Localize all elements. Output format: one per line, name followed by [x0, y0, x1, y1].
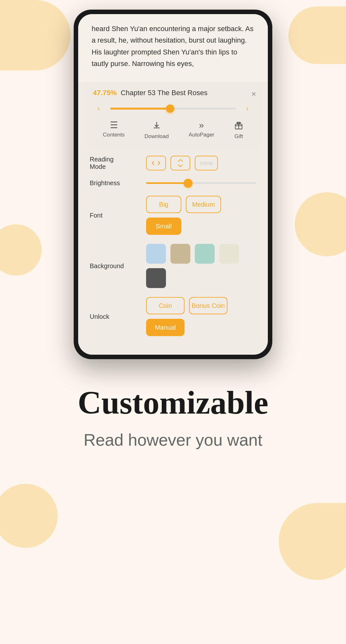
decoration-blob-bl: [0, 484, 58, 548]
reading-mode-code-button[interactable]: [146, 156, 166, 170]
font-big-button[interactable]: Big: [146, 196, 181, 213]
reading-text-area: heard Shen Yu'an encountering a major se…: [78, 14, 268, 76]
reading-mode-row: ReadingMode: [90, 156, 256, 170]
phone-screen: heard Shen Yu'an encountering a major se…: [78, 14, 268, 355]
toolbar-autopager[interactable]: » AutoPager: [189, 121, 214, 140]
gift-icon: [234, 121, 243, 131]
brightness-slider-fill: [146, 182, 188, 184]
reading-mode-scroll-button[interactable]: [170, 156, 190, 170]
chapter-slider-track[interactable]: [110, 108, 236, 110]
download-icon: [152, 121, 161, 131]
unlock-row: Unlock Coin Bonus Coin Manual: [90, 297, 256, 336]
prev-chapter-button[interactable]: ‹: [93, 103, 104, 114]
chapter-slider-row: ‹ ›: [93, 103, 253, 114]
svg-rect-1: [238, 122, 240, 124]
background-label: Background: [90, 262, 141, 270]
bg-swatch-dark[interactable]: [146, 268, 166, 288]
settings-panel: ReadingMode: [78, 148, 268, 355]
background-row: Background: [90, 244, 256, 288]
next-chapter-button[interactable]: ›: [242, 103, 253, 114]
brightness-label: Brightness: [90, 179, 141, 187]
reader-toolbar: ☰ Contents Download »: [93, 121, 253, 140]
bg-swatch-tan[interactable]: [170, 244, 190, 264]
download-label: Download: [144, 133, 169, 140]
toolbar-contents[interactable]: ☰ Contents: [103, 121, 125, 140]
contents-icon: ☰: [110, 121, 118, 130]
toolbar-download[interactable]: Download: [144, 121, 169, 140]
reading-mode-label: ReadingMode: [90, 156, 141, 170]
unlock-controls: Coin Bonus Coin Manual: [146, 297, 256, 336]
font-small-button[interactable]: Small: [146, 218, 181, 235]
unlock-bonus-coin-button[interactable]: Bonus Coin: [189, 297, 227, 314]
unlock-label: Unlock: [90, 313, 141, 320]
reader-modal: × 47.75% Chapter 53 The Best Roses ‹ ›: [78, 82, 268, 355]
bottom-subtitle: Read however you want: [13, 430, 333, 450]
bottom-title: Customizable: [13, 385, 333, 421]
unlock-manual-button[interactable]: Manual: [146, 319, 185, 336]
reading-mode-controls: none: [146, 156, 218, 170]
reading-mode-none-button[interactable]: none: [195, 156, 218, 170]
phone-device: heard Shen Yu'an encountering a major se…: [74, 10, 272, 359]
font-controls: Big Medium Small: [146, 196, 256, 235]
bg-swatch-cream[interactable]: [219, 244, 239, 264]
bg-swatch-blue[interactable]: [146, 244, 166, 264]
progress-panel: 47.75% Chapter 53 The Best Roses ‹ ›: [84, 82, 262, 148]
autopager-label: AutoPager: [189, 132, 214, 138]
font-row: Font Big Medium Small: [90, 196, 256, 235]
chapter-slider-fill: [110, 108, 170, 110]
progress-percent: 47.75%: [93, 89, 117, 97]
reading-line-1: heard Shen Yu'an encountering a major se…: [92, 25, 253, 68]
font-medium-button[interactable]: Medium: [186, 196, 221, 213]
bg-swatch-teal[interactable]: [195, 244, 215, 264]
toolbar-gift[interactable]: Gift: [234, 121, 243, 140]
unlock-coin-button[interactable]: Coin: [146, 297, 185, 314]
contents-label: Contents: [103, 132, 125, 138]
autopager-icon: »: [199, 121, 204, 130]
brightness-slider-thumb[interactable]: [184, 179, 193, 188]
font-label: Font: [90, 212, 141, 219]
brightness-slider-track[interactable]: [146, 182, 256, 184]
decoration-blob-br: [279, 503, 346, 580]
background-controls: [146, 244, 256, 288]
progress-header: 47.75% Chapter 53 The Best Roses: [93, 89, 253, 97]
brightness-row: Brightness: [90, 179, 256, 187]
brightness-controls: [146, 182, 256, 184]
close-button[interactable]: ×: [247, 87, 260, 100]
gift-label: Gift: [235, 133, 243, 140]
progress-chapter: Chapter 53 The Best Roses: [121, 89, 208, 97]
chapter-slider-thumb[interactable]: [166, 104, 174, 113]
bottom-section: Customizable Read however you want: [0, 359, 346, 469]
phone-wrapper: heard Shen Yu'an encountering a major se…: [0, 0, 346, 359]
